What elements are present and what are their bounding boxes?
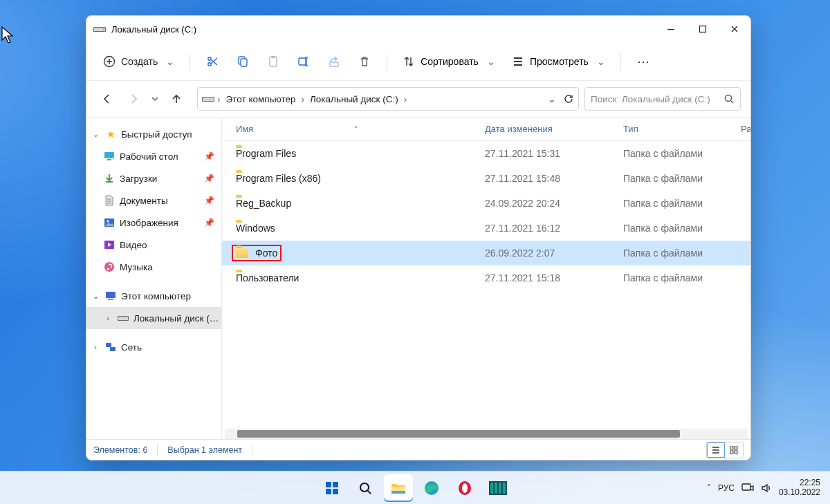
back-button[interactable] <box>96 88 118 110</box>
list-icon <box>512 55 524 68</box>
file-explorer-button[interactable] <box>384 474 413 502</box>
file-type: Папка с файлами <box>609 198 727 209</box>
sidebar-this-pc[interactable]: ⌄ Этот компьютер <box>86 285 221 307</box>
file-name: Program Files <box>236 148 296 159</box>
recent-dropdown[interactable] <box>149 88 161 110</box>
minimize-button[interactable] <box>655 18 687 40</box>
file-type: Папка с файлами <box>609 173 727 184</box>
file-row[interactable]: Reg_Backup24.09.2022 20:24Папка с файлам… <box>222 191 750 216</box>
volume-icon[interactable] <box>761 483 772 493</box>
search-input[interactable] <box>591 94 718 104</box>
sort-button[interactable]: Сортировать ⌄ <box>396 51 502 72</box>
svg-rect-11 <box>272 56 275 58</box>
paste-button[interactable] <box>259 49 287 74</box>
maximize-button[interactable] <box>687 18 719 40</box>
tray-language[interactable]: РУС <box>718 483 735 493</box>
svg-rect-29 <box>106 343 111 347</box>
svg-point-39 <box>360 483 369 492</box>
sidebar-item-drive-c[interactable]: › Локальный диск (C:) <box>86 307 221 329</box>
sidebar-item-desktop[interactable]: Рабочий стол 📌 <box>86 145 221 167</box>
navigation-row: › Этот компьютер › Локальный диск (C:) ›… <box>86 81 750 117</box>
file-name-cell: Reg_Backup <box>222 198 471 209</box>
copy-button[interactable] <box>229 49 257 74</box>
taskbar: ˄ РУС 22:25 03.10.2022 <box>0 471 830 504</box>
sidebar-quick-access[interactable]: ⌄ ★ Быстрый доступ <box>86 123 221 145</box>
separator <box>620 53 621 70</box>
svg-rect-4 <box>700 26 706 32</box>
scrollbar-thumb[interactable] <box>237 430 680 438</box>
network-icon[interactable] <box>741 483 754 493</box>
column-size[interactable]: Раз <box>727 124 751 134</box>
breadcrumb-drive[interactable]: Локальный диск (C:) <box>307 94 401 104</box>
system-tray: ˄ РУС 22:25 03.10.2022 <box>707 478 830 498</box>
sidebar-item-music[interactable]: Музыка <box>86 256 221 278</box>
file-date: 27.11.2021 15:18 <box>471 272 609 283</box>
up-button[interactable] <box>165 88 187 110</box>
rename-icon <box>297 55 311 68</box>
tray-chevron-up[interactable]: ˄ <box>707 483 711 493</box>
column-type[interactable]: Тип <box>609 124 727 134</box>
view-button[interactable]: Просмотреть ⌄ <box>505 51 612 72</box>
windows-logo-icon <box>324 480 340 496</box>
svg-rect-32 <box>735 447 737 449</box>
file-row[interactable]: Пользователи27.11.2021 15:18Папка с файл… <box>222 265 750 290</box>
file-row[interactable]: Windows27.11.2021 16:12Папка с файлами <box>222 216 750 241</box>
svg-rect-49 <box>503 483 506 494</box>
file-row[interactable]: Program Files27.11.2021 15:31Папка с фай… <box>222 141 750 166</box>
svg-rect-50 <box>742 484 750 490</box>
file-name: Пользователи <box>236 272 299 283</box>
start-button[interactable] <box>317 474 347 502</box>
close-button[interactable] <box>719 18 750 40</box>
file-row[interactable]: Фото26.09.2022 2:07Папка с файлами <box>222 241 750 265</box>
videos-icon <box>103 239 116 251</box>
svg-point-23 <box>104 262 114 272</box>
svg-rect-34 <box>735 451 737 454</box>
delete-button[interactable] <box>351 49 378 74</box>
file-name-cell: Program Files <box>222 148 471 159</box>
column-date[interactable]: Дата изменения <box>471 124 609 134</box>
search-box[interactable] <box>584 87 741 111</box>
chevron-right-icon: › <box>301 94 304 104</box>
horizontal-scrollbar[interactable] <box>225 429 748 439</box>
sidebar-network[interactable]: › Сеть <box>86 336 221 358</box>
opera-button[interactable] <box>450 474 479 502</box>
breadcrumb-this-pc[interactable]: Этот компьютер <box>223 94 299 104</box>
chevron-down-icon[interactable]: ⌄ <box>548 93 556 104</box>
cut-button[interactable] <box>199 49 226 74</box>
forward-button[interactable] <box>122 88 145 110</box>
tray-clock[interactable]: 22:25 03.10.2022 <box>779 478 820 498</box>
sidebar-item-downloads[interactable]: Загрузки 📌 <box>86 167 221 189</box>
titlebar: Локальный диск (C:) <box>86 16 750 42</box>
name-wrap: Program Files (x86) <box>236 173 321 184</box>
app-button[interactable] <box>483 474 513 502</box>
refresh-button[interactable] <box>563 93 574 104</box>
svg-point-2 <box>103 29 104 30</box>
status-selection: Выбран 1 элемент <box>167 445 242 455</box>
file-row[interactable]: Program Files (x86)27.11.2021 15:48Папка… <box>222 166 750 191</box>
sidebar-item-videos[interactable]: Видео <box>86 234 221 256</box>
more-button[interactable]: ⋯ <box>629 49 657 74</box>
drive-icon <box>117 312 129 324</box>
search-button[interactable] <box>351 474 380 502</box>
drive-icon <box>93 23 106 35</box>
tiles-view-button[interactable] <box>725 442 743 458</box>
view-label: Просмотреть <box>530 56 589 67</box>
svg-rect-25 <box>106 292 116 298</box>
new-button[interactable]: Создать ⌄ <box>96 51 181 72</box>
address-bar[interactable]: › Этот компьютер › Локальный диск (C:) ›… <box>197 87 579 111</box>
sidebar-item-pictures[interactable]: Изображения 📌 <box>86 212 221 234</box>
tray-time: 22:25 <box>779 478 820 488</box>
share-button[interactable] <box>320 49 348 74</box>
highlight-box: Фото <box>232 245 282 261</box>
rename-button[interactable] <box>290 49 317 74</box>
music-icon <box>103 261 116 273</box>
column-name[interactable]: Имя ˄ <box>222 124 471 134</box>
details-view-button[interactable] <box>707 442 725 458</box>
pictures-icon <box>103 216 116 229</box>
edge-button[interactable] <box>417 474 446 502</box>
file-date: 24.09.2022 20:24 <box>471 198 609 209</box>
svg-rect-12 <box>299 58 306 65</box>
name-wrap: Reg_Backup <box>236 198 291 209</box>
sidebar-item-documents[interactable]: Документы 📌 <box>86 189 221 212</box>
file-name-cell: Windows <box>222 223 471 234</box>
